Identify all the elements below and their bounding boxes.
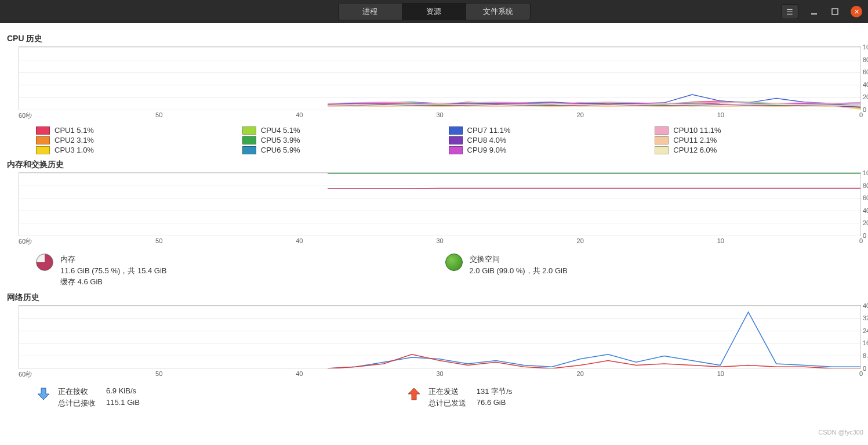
swap-label: 交换空间 — [470, 254, 568, 265]
cpu-legend-label: CPU3 1.0% — [55, 146, 94, 154]
cpu-legend-label: CPU2 3.1% — [55, 136, 94, 144]
cpu-legend-label: CPU7 11.1% — [467, 126, 511, 135]
memory-x-axis: 60秒50403020100 — [19, 237, 861, 248]
titlebar: 进程 资源 文件系统 ☰ ✕ — [0, 0, 868, 23]
swap-usage-value: 2.0 GiB (99.0 %)，共 2.0 GiB — [470, 265, 568, 277]
cpu-legend-swatch — [242, 136, 256, 144]
network-y-axis: 40.0 KiB/s32.0 KiB/s24.0 KiB/s16.0 KiB/s… — [863, 306, 868, 368]
memory-usage-value: 11.6 GiB (75.5 %)，共 15.4 GiB — [60, 265, 167, 277]
cpu-legend-swatch — [449, 126, 463, 135]
memory-section: 内存和交换历史 100 %80 %60 %40 %20 %0 % 60秒5040… — [7, 160, 861, 288]
window-controls: ☰ ✕ — [781, 4, 862, 19]
recv-total-value: 115.1 GiB — [106, 398, 140, 408]
cpu-legend-label: CPU6 5.9% — [261, 146, 300, 154]
cpu-legend-item[interactable]: CPU2 3.1% — [36, 135, 242, 145]
svg-rect-0 — [811, 13, 817, 15]
cpu-legend-swatch — [449, 136, 463, 144]
cpu-legend-item[interactable]: CPU9 9.0% — [449, 145, 655, 155]
network-section: 网络历史 40.0 KiB/s32.0 KiB/s24.0 KiB/s16.0 … — [7, 292, 861, 408]
cpu-legend-swatch — [655, 136, 669, 144]
memory-y-axis: 100 %80 %60 %40 %20 %0 % — [863, 173, 868, 236]
cpu-legend-label: CPU8 4.0% — [467, 136, 507, 144]
cpu-legend: CPU1 5.1%CPU4 5.1%CPU7 11.1%CPU10 11.1%C… — [36, 125, 861, 155]
cpu-legend-item[interactable]: CPU10 11.1% — [655, 125, 861, 135]
cpu-legend-label: CPU4 5.1% — [261, 126, 300, 135]
cpu-legend-item[interactable]: CPU8 4.0% — [449, 135, 655, 145]
recv-label: 正在接收 — [58, 386, 96, 397]
watermark: CSDN @fyc300 — [818, 429, 863, 436]
cpu-legend-swatch — [36, 136, 50, 144]
network-section-title: 网络历史 — [7, 292, 861, 303]
send-label: 正在发送 — [428, 386, 466, 397]
cpu-legend-label: CPU5 3.9% — [261, 136, 300, 144]
cpu-section-title: CPU 历史 — [7, 34, 861, 44]
cpu-legend-item[interactable]: CPU1 5.1% — [36, 125, 242, 135]
memory-pie-icon — [36, 254, 53, 271]
close-icon: ✕ — [854, 8, 859, 16]
cpu-legend-item[interactable]: CPU6 5.9% — [242, 145, 449, 155]
cpu-legend-label: CPU9 9.0% — [467, 146, 507, 154]
send-total-value: 76.6 GiB — [477, 398, 512, 408]
cpu-legend-label: CPU11 2.1% — [673, 136, 717, 144]
maximize-button[interactable] — [830, 6, 840, 17]
memory-meter: 内存 11.6 GiB (75.5 %)，共 15.4 GiB 缓存 4.6 G… — [36, 254, 167, 288]
svg-rect-1 — [832, 9, 838, 15]
cpu-legend-item[interactable]: CPU4 5.1% — [242, 125, 449, 135]
network-receive-block: 正在接收 6.9 KiB/s 总计已接收 115.1 GiB — [36, 386, 140, 408]
cpu-section: CPU 历史 100 %80 %60 %40 %20 %0 % 60秒50403… — [7, 34, 861, 155]
tab-processes[interactable]: 进程 — [339, 3, 402, 20]
cpu-legend-item[interactable]: CPU5 3.9% — [242, 135, 449, 145]
cpu-legend-swatch — [36, 126, 50, 135]
tab-filesystems[interactable]: 文件系统 — [466, 3, 530, 20]
cpu-legend-label: CPU12 6.0% — [673, 146, 717, 154]
tab-resources[interactable]: 资源 — [402, 3, 466, 20]
cpu-legend-swatch — [655, 146, 669, 154]
send-total-label: 总计已发送 — [428, 398, 466, 408]
view-tabs: 进程 资源 文件系统 — [338, 3, 531, 20]
cpu-legend-item[interactable]: CPU11 2.1% — [655, 135, 861, 145]
cpu-legend-swatch — [36, 146, 50, 154]
network-x-axis: 60秒50403020100 — [19, 370, 861, 381]
memory-label: 内存 — [60, 254, 167, 265]
cpu-legend-item[interactable]: CPU7 11.1% — [449, 125, 655, 135]
cpu-legend-swatch — [242, 146, 256, 154]
swap-meter: 交换空间 2.0 GiB (99.0 %)，共 2.0 GiB — [445, 254, 568, 288]
network-send-block: 正在发送 131 字节/s 总计已发送 76.6 GiB — [406, 386, 512, 408]
cpu-legend-swatch — [655, 126, 669, 135]
send-rate-value: 131 字节/s — [477, 386, 512, 397]
swap-pie-icon — [445, 254, 463, 271]
cpu-legend-swatch — [242, 126, 256, 135]
cpu-y-axis: 100 %80 %60 %40 %20 %0 % — [863, 47, 868, 110]
cpu-legend-item[interactable]: CPU3 1.0% — [36, 145, 242, 155]
network-chart: 40.0 KiB/s32.0 KiB/s24.0 KiB/s16.0 KiB/s… — [19, 305, 861, 369]
cpu-legend-label: CPU1 5.1% — [55, 126, 94, 135]
cpu-legend-swatch — [449, 146, 463, 154]
memory-cache-value: 缓存 4.6 GiB — [60, 276, 167, 288]
cpu-legend-label: CPU10 11.1% — [673, 126, 721, 135]
upload-arrow-icon — [406, 386, 422, 401]
hamburger-icon: ☰ — [786, 8, 793, 16]
memory-chart: 100 %80 %60 %40 %20 %0 % — [19, 172, 861, 236]
content-area: CPU 历史 100 %80 %60 %40 %20 %0 % 60秒50403… — [0, 23, 868, 445]
recv-rate-value: 6.9 KiB/s — [106, 386, 140, 397]
memory-section-title: 内存和交换历史 — [7, 160, 861, 170]
cpu-x-axis: 60秒50403020100 — [19, 111, 861, 122]
menu-button[interactable]: ☰ — [781, 4, 798, 19]
minimize-button[interactable] — [809, 6, 819, 17]
cpu-legend-item[interactable]: CPU12 6.0% — [655, 145, 861, 155]
download-arrow-icon — [36, 386, 51, 401]
recv-total-label: 总计已接收 — [58, 398, 96, 408]
cpu-chart: 100 %80 %60 %40 %20 %0 % — [19, 46, 861, 110]
close-button[interactable]: ✕ — [851, 6, 862, 17]
